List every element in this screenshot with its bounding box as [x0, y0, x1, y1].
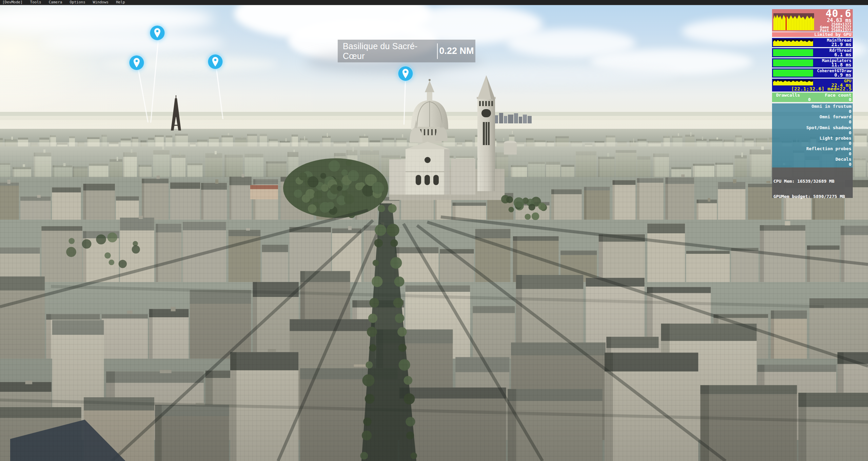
gpu-memory-budget: GPUMem budget: 5890/7275 MB [773, 194, 853, 199]
drawcalls-row: Drawcalls 0 Face count 0 [772, 93, 853, 102]
poi-label: Basilique du Sacré- Cœur 0.22 NM [338, 40, 475, 62]
performance-profiler-panel: 40.6 24.63 ms 2560x1377 Game 2560x1377 P… [772, 9, 853, 198]
post-resolution: Post 2560x1377 [820, 29, 851, 32]
counter-row: Decals0 [772, 157, 853, 167]
counter-row: Omni forward0 [772, 114, 853, 125]
gpu-range: [22.1;32.6] med=22.5 [773, 86, 852, 91]
fps-spike-marker [786, 15, 787, 30]
menu-item-camera[interactable]: Camera [45, 0, 66, 5]
menu-item-help[interactable]: Help [112, 0, 129, 5]
menu-item-devmode[interactable]: [DevMode] [0, 0, 26, 5]
limiter-banner: Limited by GPU [772, 32, 853, 37]
thread-row-rdrthread: RdrThread 6.1 ms [772, 48, 853, 57]
fps-box: 40.6 24.63 ms 2560x1377 Game 2560x1377 P… [772, 9, 853, 32]
map-pin[interactable] [129, 55, 144, 71]
poi-name: Basilique du Sacré- Cœur [338, 41, 437, 61]
fps-value: 40.6 [820, 9, 851, 18]
thread-row-manipulators: Manipulators 11.8 ms [772, 58, 853, 67]
map-pin[interactable] [208, 54, 223, 69]
park-square-louise-michel [283, 158, 388, 218]
light-counters: Omni in frustum0 Omni forward0 Spot/Omni… [772, 103, 853, 167]
map-pin-sacre-coeur[interactable] [398, 66, 413, 81]
map-pin[interactable] [150, 25, 165, 41]
cpu-memory: CPU Mem: 16539/32689 MB [773, 179, 853, 184]
counter-row: Omni in frustum0 [772, 104, 853, 114]
poi-distance: 0.22 NM [438, 46, 475, 56]
gpu-row: GPU 22.4 ms [22.1;32.6] med=22.5 [772, 79, 853, 92]
msfs-devmode-screen: Basilique du Sacré- Cœur 0.22 NM [DevMod… [0, 0, 868, 461]
thread-row-coherentgtdraw: CoherentGTDraw 0.9 ms [772, 68, 853, 78]
thread-row-mainthread: MainThread 21.9 ms [772, 38, 853, 47]
counter-row: Reflection probes0 [772, 146, 853, 157]
devmode-menu-bar: [DevMode] Tools Camera Options Windows H… [0, 0, 868, 5]
menu-item-options[interactable]: Options [66, 0, 89, 5]
accent-buildings [250, 185, 278, 199]
counter-row: Spot/Omni shadows0 [772, 125, 853, 136]
menu-item-tools[interactable]: Tools [26, 0, 45, 5]
menu-item-windows[interactable]: Windows [89, 0, 112, 5]
fps-histogram [773, 13, 814, 30]
counter-row: Light probes0 [772, 136, 853, 146]
memory-readout: CPU Mem: 16539/32689 MB GPUMem budget: 5… [772, 167, 853, 198]
